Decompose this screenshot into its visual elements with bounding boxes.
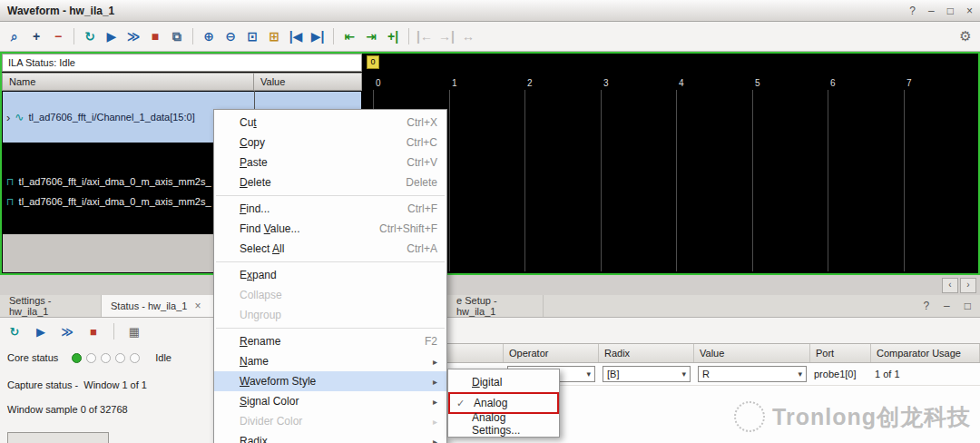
menu-item-select-all[interactable]: Select All Ctrl+A [214, 239, 446, 259]
ila-status: ILA Status: Idle [2, 54, 362, 72]
column-header-value[interactable]: Value [694, 344, 810, 362]
prev-edge-icon[interactable]: ⇤ [340, 27, 358, 45]
menu-item-rename[interactable]: Rename F2 [214, 331, 446, 351]
zoom-fit-icon[interactable]: ⊡ [243, 27, 261, 45]
close-icon[interactable]: × [966, 5, 973, 17]
signal-name: tl_ad7606_fft_i/axi_dma_0_m_axis_mm2s_ [19, 196, 211, 207]
expand-chevron-icon[interactable]: › [6, 111, 10, 124]
menu-item-label: Select All [240, 242, 284, 255]
run-trigger-icon[interactable]: ▶ [103, 27, 121, 45]
gear-icon[interactable]: ⚙ [956, 27, 975, 45]
menu-item-divider-color: Divider Color ▸ [214, 411, 446, 431]
maximize-icon[interactable]: □ [947, 5, 954, 17]
ruler-tick-label: 3 [603, 78, 609, 88]
tab-status[interactable]: Status - hw_ila_1 × [102, 295, 216, 317]
trigger-start-icon: |← [416, 27, 434, 45]
bus-signal-icon: ⊓ [6, 196, 15, 208]
signal-name: tl_ad7606_fft_i/Channel_1_data[15:0] [28, 112, 194, 123]
help-icon[interactable]: ? [909, 5, 916, 17]
minimize-icon[interactable]: – [928, 5, 935, 17]
menu-item-expand[interactable]: Expand [214, 265, 446, 285]
chevron-down-icon: ▾ [681, 369, 686, 379]
radix-dropdown[interactable]: [B] ▾ [603, 366, 691, 382]
menu-item-paste[interactable]: Paste Ctrl+V [214, 153, 446, 172]
tab-close-icon[interactable]: × [194, 300, 201, 312]
marker-flag[interactable]: 0 [367, 55, 379, 69]
stop-trigger-icon[interactable]: ■ [84, 322, 103, 340]
windows-layout-icon[interactable]: ▦ [125, 322, 143, 340]
goto-start-icon[interactable]: |◀ [287, 27, 305, 45]
menu-separator [216, 328, 445, 329]
capture-status-value: Window 1 of 1 [83, 379, 147, 390]
tab-settings[interactable]: Settings - hw_ila_1 [0, 295, 102, 317]
add-window-icon[interactable]: +| [384, 27, 402, 45]
scroll-left-icon[interactable]: ‹ [942, 278, 958, 293]
zoom-out-icon[interactable]: ⊖ [221, 27, 240, 45]
stop-trigger-icon[interactable]: ■ [146, 27, 164, 45]
menu-item-label: Paste [240, 156, 268, 169]
menu-item-find-value[interactable]: Find Value... Ctrl+Shift+F [214, 219, 446, 239]
menu-item-waveform-style[interactable]: Waveform Style ▸ [214, 371, 446, 391]
remove-icon[interactable]: − [49, 27, 67, 45]
tab-label: Settings - hw_ila_1 [9, 295, 92, 317]
menu-item-shortcut: Delete [380, 176, 437, 189]
check-icon: ✓ [456, 398, 465, 409]
capture-status-label: Capture status - [7, 379, 78, 390]
run-immediate-icon[interactable]: ≫ [124, 27, 142, 45]
column-header-operator[interactable]: Operator [504, 344, 599, 362]
tab-label: Status - hw_ila_1 [111, 300, 187, 311]
menu-item-label: Name [240, 355, 269, 368]
search-icon[interactable]: ⌕ [5, 27, 24, 45]
menu-separator [216, 261, 445, 262]
column-header-radix[interactable]: Radix [599, 344, 694, 362]
trigger-value: R [702, 369, 710, 379]
zoom-in-icon[interactable]: ⊕ [200, 27, 218, 45]
menu-item-signal-color[interactable]: Signal Color ▸ [214, 391, 446, 411]
menu-item-label: Expand [240, 269, 277, 281]
chevron-down-icon: ▾ [586, 369, 591, 379]
watermark-text: Tronlong创龙科技 [772, 402, 971, 432]
column-header-blank [447, 344, 504, 362]
ruler-tick-label: 5 [755, 78, 760, 88]
submenu-arrow-icon: ▸ [433, 357, 437, 367]
panel-maximize-icon[interactable]: □ [965, 300, 971, 312]
watermark: Tronlong创龙科技 [734, 401, 971, 432]
menu-item-cut[interactable]: Cut Ctrl+X [214, 113, 446, 133]
toolbar-separator [74, 28, 74, 44]
led-green [72, 353, 82, 363]
panel-help-icon[interactable]: ? [923, 300, 929, 312]
submenu-item-digital[interactable]: Digital [448, 372, 559, 392]
submenu-item-label: Digital [472, 376, 502, 389]
waveform-pane: ILA Status: Idle 0 Name Value 0 1 2 3 4 … [0, 52, 980, 275]
column-header-value[interactable]: Value [254, 74, 361, 90]
zoom-cursor-icon[interactable]: ⊞ [265, 27, 283, 45]
menu-item-copy[interactable]: Copy Ctrl+C [214, 133, 446, 153]
add-icon[interactable]: + [27, 27, 45, 45]
column-header-comparator-usage[interactable]: Comparator Usage [871, 344, 980, 362]
next-edge-icon[interactable]: ⇥ [362, 27, 380, 45]
horizontal-scrollbar[interactable]: ‹ › [0, 275, 980, 296]
export-icon[interactable]: ⧉ [168, 27, 186, 45]
tab-trigger-setup[interactable]: e Setup - hw_ila_1 [447, 295, 544, 317]
value-dropdown[interactable]: R ▾ [698, 366, 807, 382]
column-header-name[interactable]: Name [3, 74, 254, 90]
run-all-icon[interactable]: ↻ [5, 322, 24, 340]
toolbar-separator [333, 28, 334, 44]
clipped-dropdown[interactable] [7, 432, 109, 443]
panel-minimize-icon[interactable]: – [944, 300, 950, 312]
goto-end-icon[interactable]: ▶| [309, 27, 327, 45]
menu-item-find[interactable]: Find... Ctrl+F [214, 199, 446, 219]
trigger-table-header: Operator Radix Value Port Comparator Usa… [447, 343, 980, 363]
scroll-right-icon[interactable]: › [960, 278, 976, 293]
run-trigger-icon[interactable]: ▶ [32, 322, 50, 340]
run-immediate-icon[interactable]: ≫ [58, 322, 76, 340]
status-toolbar: ↻ ▶ ≫ ■ ▦ [5, 322, 143, 340]
menu-item-radix[interactable]: Radix ▸ [214, 431, 446, 443]
submenu-arrow-icon: ▸ [433, 437, 437, 443]
menu-item-name[interactable]: Name ▸ [214, 351, 446, 371]
column-header-port[interactable]: Port [810, 344, 871, 362]
submenu-item-analog-settings[interactable]: Analog Settings... [448, 414, 559, 434]
window-controls: ? – □ × [909, 5, 973, 17]
run-all-icon[interactable]: ↻ [81, 27, 99, 45]
menu-item-delete[interactable]: Delete Delete [214, 172, 446, 192]
